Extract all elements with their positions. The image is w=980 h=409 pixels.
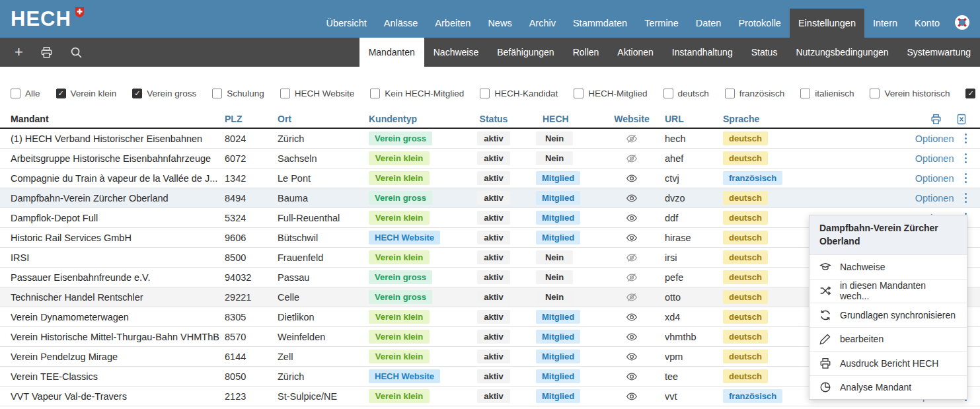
sub-nav-item-rollen[interactable]: Rollen [564, 38, 609, 67]
checkbox-unchecked-icon[interactable] [725, 89, 735, 98]
kebab-menu-icon[interactable] [963, 132, 969, 145]
sub-nav-item-status[interactable]: Status [742, 38, 787, 67]
checkbox-unchecked-icon[interactable] [11, 89, 20, 98]
table-row[interactable]: (1) HECH Verband Historischer Eisenbahne… [0, 129, 980, 149]
col-header-hech[interactable]: HECH [523, 114, 599, 124]
context-menu-item-grundlagen-synchronisieren[interactable]: Grundlagen synchronisieren [810, 303, 967, 327]
context-menu-item-analyse-mandant[interactable]: Analyse Mandant [810, 375, 967, 400]
filter-verein-klein[interactable]: ✓Verein klein [56, 89, 117, 98]
col-header-plz[interactable]: PLZ [225, 114, 278, 124]
top-nav-item-termine[interactable]: Termine [636, 9, 687, 38]
filter-französisch[interactable]: französisch [725, 89, 784, 98]
context-menu-item-nachweise[interactable]: Nachweise [810, 254, 967, 279]
context-menu-item-in-diesen-mandanten-wech-[interactable]: in diesen Mandanten wech... [810, 279, 967, 303]
sub-nav-item-systemwartung[interactable]: Systemwartung [898, 38, 980, 67]
col-header-sprache[interactable]: Sprache [723, 114, 822, 124]
print-icon[interactable] [40, 46, 53, 59]
help-lifebuoy-icon[interactable] [954, 14, 971, 31]
kebab-menu-icon[interactable] [963, 172, 969, 185]
context-menu-item-ausdruck-bericht-hech[interactable]: Ausdruck Bericht HECH [810, 351, 967, 375]
top-nav-item-intern[interactable]: Intern [864, 9, 906, 38]
filter-kein-hech-mitglied[interactable]: Kein HECH-Mitglied [370, 89, 464, 98]
sub-nav-item-nachweise[interactable]: Nachweise [424, 38, 488, 67]
context-menu-item-label: Grundlagen synchronisieren [840, 310, 956, 320]
optionen-link[interactable]: Optionen [915, 153, 954, 164]
col-header-url[interactable]: URL [665, 114, 723, 124]
sprache-badge: deutsch [723, 211, 768, 225]
brand-logo[interactable]: HECH [0, 0, 85, 38]
ort-value: Bütschwil [278, 233, 369, 243]
top-nav-item-news[interactable]: News [479, 9, 520, 38]
checkbox-unchecked-icon[interactable] [800, 89, 810, 98]
sub-nav-item-mandanten[interactable]: Mandanten [359, 38, 424, 67]
search-icon[interactable] [70, 46, 83, 59]
filter-kommerziell[interactable]: ✓Kommerziell [965, 89, 980, 98]
filter-italienisch[interactable]: italienisch [800, 89, 854, 98]
website-cell [599, 390, 665, 402]
sub-nav-item-nutzungsbedingungen[interactable]: Nutzungsbedingungen [786, 38, 897, 67]
top-nav-item-konto[interactable]: Konto [906, 9, 948, 38]
export-excel-icon[interactable] [956, 114, 967, 125]
sub-nav-item-befähigungen[interactable]: Befähigungen [488, 38, 563, 67]
hech-cell: Nein [523, 270, 599, 285]
checkbox-unchecked-icon[interactable] [574, 89, 584, 98]
filter-deutsch[interactable]: deutsch [663, 89, 709, 98]
website-cell [599, 192, 665, 204]
filter-verein-gross[interactable]: ✓Verein gross [132, 89, 196, 98]
table-header-row: Mandant PLZ Ort Kundentyp Status HECH We… [0, 110, 980, 129]
kebab-menu-icon[interactable] [963, 192, 969, 205]
checkbox-checked-icon[interactable]: ✓ [132, 89, 142, 98]
checkbox-unchecked-icon[interactable] [212, 89, 222, 98]
top-nav-item-übersicht[interactable]: Übersicht [318, 9, 375, 38]
checkbox-unchecked-icon[interactable] [870, 89, 880, 98]
filter-schulung[interactable]: Schulung [212, 89, 264, 98]
sub-nav-item-instandhaltung[interactable]: Instandhaltung [663, 38, 742, 67]
top-nav-item-stammdaten[interactable]: Stammdaten [564, 9, 636, 38]
checkbox-unchecked-icon[interactable] [370, 89, 380, 98]
checkbox-unchecked-icon[interactable] [280, 89, 290, 98]
top-nav-item-anlässe[interactable]: Anlässe [375, 9, 427, 38]
settings-sub-navigation: MandantenNachweiseBefähigungenRollenAkti… [359, 38, 980, 67]
mandant-name: Verein TEE-Classics [0, 371, 225, 382]
optionen-link[interactable]: Optionen [915, 133, 954, 144]
col-header-website[interactable]: Website [599, 114, 665, 124]
filter-verein-historisch[interactable]: Verein historisch [870, 89, 950, 98]
sync-icon [819, 309, 831, 321]
top-nav-item-arbeiten[interactable]: Arbeiten [426, 9, 479, 38]
checkbox-checked-icon[interactable]: ✓ [965, 89, 975, 98]
checkbox-checked-icon[interactable]: ✓ [56, 89, 66, 98]
filter-hech-mitglied[interactable]: HECH-Mitglied [574, 89, 647, 98]
top-nav-item-daten[interactable]: Daten [687, 9, 730, 38]
filter-label: französisch [739, 89, 784, 98]
kundentyp-badge: Verein gross [369, 290, 432, 305]
swiss-shield-icon [75, 7, 85, 18]
optionen-link[interactable]: Optionen [915, 173, 954, 184]
status-badge: aktiv [477, 211, 510, 225]
checkbox-unchecked-icon[interactable] [480, 89, 490, 98]
col-header-mandant[interactable]: Mandant [0, 114, 225, 124]
checkbox-unchecked-icon[interactable] [663, 89, 673, 98]
mandant-name: Passauer Eisenbahnfreunde e.V. [0, 272, 225, 283]
add-icon[interactable]: + [15, 45, 23, 59]
col-header-status[interactable]: Status [465, 114, 523, 124]
website-cell [599, 172, 665, 184]
filter-hech-kandidat[interactable]: HECH-Kandidat [480, 89, 558, 98]
sub-nav-item-aktionen[interactable]: Aktionen [608, 38, 662, 67]
print-table-icon[interactable] [930, 114, 942, 125]
sprache-badge: deutsch [723, 250, 768, 265]
context-menu-item-bearbeiten[interactable]: bearbeiten [810, 327, 967, 352]
top-nav-item-einstellungen[interactable]: Einstellungen [790, 9, 864, 38]
filter-hech-website[interactable]: HECH Website [280, 89, 355, 98]
col-header-ort[interactable]: Ort [278, 114, 369, 124]
top-nav-item-archiv[interactable]: Archiv [521, 9, 564, 38]
top-nav-item-protokolle[interactable]: Protokolle [730, 9, 789, 38]
optionen-link[interactable]: Optionen [915, 193, 954, 204]
sprache-badge: deutsch [723, 310, 768, 324]
table-row[interactable]: Arbeitsgruppe Historische Eisenbahnfahrz… [0, 149, 980, 168]
kebab-menu-icon[interactable] [963, 152, 969, 165]
hech-cell: Mitglied [523, 350, 599, 364]
filter-alle[interactable]: Alle [11, 89, 40, 98]
col-header-kundentyp[interactable]: Kundentyp [369, 114, 465, 124]
table-row[interactable]: Compagnie du Train à vapeur de la Vallée… [0, 168, 980, 188]
table-row[interactable]: Dampfbahn-Verein Zürcher Oberland8494Bau… [0, 188, 980, 208]
